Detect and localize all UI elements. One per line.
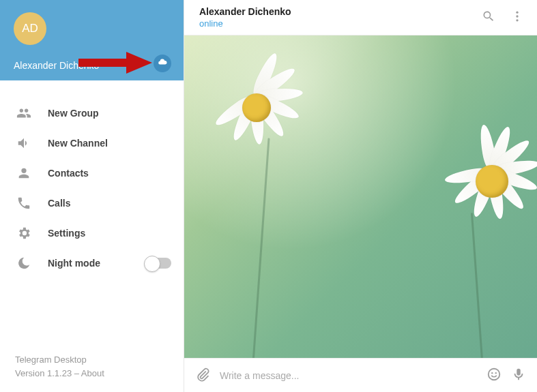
svg-point-4 xyxy=(489,368,500,380)
menu-item-new-channel[interactable]: New Channel xyxy=(0,128,184,158)
saved-messages-cloud-button[interactable] xyxy=(154,55,171,72)
menu-label: Settings xyxy=(48,228,85,239)
chat-status: online xyxy=(199,18,476,29)
menu-label: New Channel xyxy=(48,138,108,149)
sidebar: AD Alexander Dichenko New Group New Ch xyxy=(0,0,184,392)
profile-name[interactable]: Alexander Dichenko xyxy=(14,60,170,71)
chat-title: Alexander Dichenko xyxy=(199,6,476,17)
contacts-icon xyxy=(16,166,31,181)
menu-label: New Group xyxy=(48,108,99,119)
menu-item-night-mode[interactable]: Night mode xyxy=(0,248,184,278)
menu-label: Contacts xyxy=(48,168,89,179)
avatar-initials: AD xyxy=(22,22,38,35)
svg-point-6 xyxy=(495,372,497,373)
message-input[interactable] xyxy=(220,370,477,381)
svg-point-5 xyxy=(491,372,493,373)
version-about[interactable]: Version 1.1.23 – About xyxy=(15,367,169,380)
menu-item-new-group[interactable]: New Group xyxy=(0,98,184,128)
compose-bar xyxy=(184,358,537,392)
sidebar-menu: New Group New Channel Contacts Calls Set… xyxy=(0,80,184,353)
menu-item-settings[interactable]: Settings xyxy=(0,218,184,248)
more-button[interactable] xyxy=(510,10,525,25)
settings-icon xyxy=(16,226,31,241)
voice-button[interactable] xyxy=(511,368,526,383)
chat-header: Alexander Dichenko online xyxy=(184,0,537,35)
search-icon xyxy=(482,10,495,26)
emoji-button[interactable] xyxy=(487,368,502,383)
menu-label: Calls xyxy=(48,198,70,209)
chat-title-block[interactable]: Alexander Dichenko online xyxy=(199,6,476,29)
app-name: Telegram Desktop xyxy=(15,353,169,367)
channel-icon xyxy=(16,136,31,151)
microphone-icon xyxy=(511,367,526,385)
group-icon xyxy=(16,106,31,121)
paperclip-icon xyxy=(195,367,210,385)
avatar[interactable]: AD xyxy=(14,12,46,45)
search-button[interactable] xyxy=(481,10,496,25)
menu-item-calls[interactable]: Calls xyxy=(0,188,184,218)
svg-point-2 xyxy=(516,15,518,17)
sidebar-header: AD Alexander Dichenko xyxy=(0,0,184,80)
night-icon xyxy=(16,256,31,271)
menu-item-contacts[interactable]: Contacts xyxy=(0,158,184,188)
sidebar-footer: Telegram Desktop Version 1.1.23 – About xyxy=(0,353,184,392)
svg-point-1 xyxy=(516,11,518,13)
smile-icon xyxy=(487,367,502,385)
menu-label: Night mode xyxy=(48,258,100,269)
night-mode-toggle[interactable] xyxy=(145,258,171,269)
chat-background xyxy=(184,35,537,358)
calls-icon xyxy=(16,196,31,211)
cloud-icon xyxy=(158,57,167,70)
attach-button[interactable] xyxy=(195,368,210,383)
svg-point-3 xyxy=(516,19,518,21)
chat-panel: Alexander Dichenko online xyxy=(184,0,537,392)
more-vertical-icon xyxy=(510,10,524,26)
decorative-flower xyxy=(184,35,300,151)
